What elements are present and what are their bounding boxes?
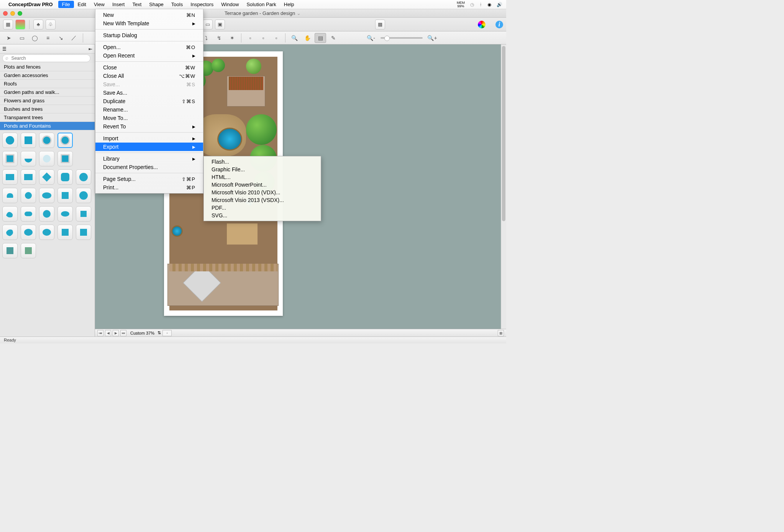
menu-item-move-to-[interactable]: Move To... <box>95 114 203 122</box>
pond-shape[interactable] <box>39 188 54 203</box>
export-item-pdf-[interactable]: PDF... <box>204 204 321 212</box>
menu-help[interactable]: Help <box>280 1 298 8</box>
menu-item-rename-[interactable]: Rename... <box>95 105 203 114</box>
menu-tools[interactable]: Tools <box>167 1 187 8</box>
menu-item-library[interactable]: Library▶ <box>95 154 203 163</box>
bluetooth-icon[interactable]: ᚼ <box>479 2 482 7</box>
zoom-window-button[interactable] <box>18 11 22 16</box>
export-item-flash-[interactable]: Flash... <box>204 158 321 166</box>
pond-shape[interactable] <box>21 151 36 166</box>
pond-shape[interactable] <box>57 188 73 203</box>
pond-shape[interactable] <box>57 151 73 166</box>
pond-shape[interactable] <box>21 243 36 258</box>
zoom-label[interactable]: Custom 37% <box>130 331 154 335</box>
menu-item-import[interactable]: Import▶ <box>95 134 203 143</box>
pond-shape[interactable] <box>57 206 73 222</box>
pond-shape[interactable] <box>21 206 36 222</box>
menu-item-save-as-[interactable]: Save As... <box>95 89 203 97</box>
pond-shape[interactable] <box>39 133 54 148</box>
export-item-html-[interactable]: HTML... <box>204 173 321 181</box>
menu-item-save-[interactable]: Save...⌘S <box>95 80 203 89</box>
menu-item-close[interactable]: Close⌘W <box>95 63 203 72</box>
zoom-out-icon[interactable]: 🔍- <box>365 33 377 43</box>
menu-solution-park[interactable]: Solution Park <box>243 1 280 8</box>
library-paths[interactable]: Garden paths and walk... <box>0 88 95 97</box>
pond-shape[interactable] <box>57 169 73 185</box>
pond-shape[interactable] <box>2 151 18 166</box>
fountain-shape[interactable] <box>39 151 54 166</box>
arrange-back-icon[interactable]: ▭ <box>203 20 213 30</box>
library-bushes[interactable]: Bushes and trees <box>0 105 95 113</box>
pond-shape[interactable] <box>21 225 36 240</box>
pond-shape[interactable] <box>2 206 18 222</box>
export-item-microsoft-visio-vdx-[interactable]: Microsoft Visio 2010 (VDX)... <box>204 189 321 196</box>
search-input[interactable] <box>2 54 90 62</box>
menu-item-document-properties-[interactable]: Document Properties... <box>95 163 203 171</box>
text-tool-icon[interactable]: ≡ <box>42 33 54 43</box>
library-accessories[interactable]: Garden accessories <box>0 71 95 80</box>
pond-shape[interactable] <box>2 225 18 240</box>
pond-shape[interactable] <box>76 169 91 185</box>
color-picker-icon[interactable] <box>478 21 485 28</box>
zoom-slider[interactable] <box>381 37 423 39</box>
minimize-window-button[interactable] <box>10 11 15 16</box>
menu-item-close-all[interactable]: Close All⌥⌘W <box>95 72 203 80</box>
pond-shape[interactable] <box>76 206 91 222</box>
menu-item-new-with-template[interactable]: New With Template▶ <box>95 19 203 28</box>
grid-tool-icon[interactable]: ▦ <box>3 20 13 30</box>
wifi-icon[interactable]: ◉ <box>487 2 491 7</box>
library-transparent[interactable]: Transparent trees <box>0 113 95 122</box>
volume-icon[interactable]: 🔊 <box>497 2 502 7</box>
page-tab[interactable]: ▫ <box>162 330 172 336</box>
edit1-icon[interactable]: ▫ <box>244 33 256 43</box>
pond-shape[interactable] <box>76 188 91 203</box>
pond-shape[interactable] <box>57 225 73 240</box>
pond-shape[interactable] <box>2 169 18 185</box>
export-item-microsoft-visio-vsdx-[interactable]: Microsoft Visio 2013 (VSDX)... <box>204 196 321 204</box>
eyedropper-tool-icon[interactable]: ✎ <box>328 33 339 43</box>
export-item-svg-[interactable]: SVG... <box>204 212 321 219</box>
pond-shape[interactable] <box>57 133 73 148</box>
close-window-button[interactable] <box>3 11 8 16</box>
menu-file[interactable]: File <box>58 1 74 8</box>
pond-shape[interactable] <box>2 243 18 258</box>
pointer-tool-icon[interactable]: ➤ <box>3 33 15 43</box>
tree-tool2-icon[interactable]: ♧ <box>46 20 56 30</box>
edit2-icon[interactable]: ▫ <box>258 33 269 43</box>
page-next-button[interactable]: ▶ <box>113 330 119 336</box>
page-grid-button[interactable]: ▦ <box>498 330 504 336</box>
connector-tool-icon[interactable]: ↘ <box>55 33 67 43</box>
menu-item-duplicate[interactable]: Duplicate⇧⌘S <box>95 97 203 105</box>
pond-shape[interactable] <box>21 169 36 185</box>
pond-shape[interactable] <box>2 188 18 203</box>
edit3-icon[interactable]: ▫ <box>271 33 282 43</box>
page-last-button[interactable]: ⏭ <box>120 330 126 336</box>
menu-edit[interactable]: Edit <box>74 1 90 8</box>
menu-item-revert-to[interactable]: Revert To▶ <box>95 122 203 131</box>
stamp-tool-icon[interactable]: ▤ <box>315 33 326 43</box>
export-item-graphic-file-[interactable]: Graphic File... <box>204 166 321 173</box>
pond-shape[interactable] <box>21 133 36 148</box>
arrange-group-icon[interactable]: ▣ <box>215 20 225 30</box>
clock-icon[interactable]: ◷ <box>470 2 474 7</box>
color-palette-icon[interactable] <box>15 20 25 30</box>
pond-shape[interactable] <box>76 225 91 240</box>
info-icon[interactable]: i <box>495 21 503 28</box>
zoom-tool-icon[interactable]: 🔍 <box>289 33 300 43</box>
menu-item-new[interactable]: New⌘N <box>95 11 203 19</box>
hand-tool-icon[interactable]: ✋ <box>302 33 313 43</box>
rect-tool-icon[interactable]: ▭ <box>16 33 28 43</box>
conn3-icon[interactable]: ↯ <box>213 33 225 43</box>
page-prev-button[interactable]: ◀ <box>105 330 111 336</box>
menu-inspectors[interactable]: Inspectors <box>187 1 217 8</box>
ellipse-tool-icon[interactable]: ◯ <box>29 33 41 43</box>
menu-text[interactable]: Text <box>128 1 145 8</box>
page-first-button[interactable]: ⏮ <box>97 330 103 336</box>
zoom-stepper-icon[interactable]: ⇅ <box>157 330 161 335</box>
vertical-scrollbar[interactable] <box>501 44 506 337</box>
zoom-in-icon[interactable]: 🔍+ <box>426 33 438 43</box>
menu-insert[interactable]: Insert <box>108 1 129 8</box>
selection-frame-icon[interactable]: ▩ <box>375 20 385 30</box>
menu-item-page-setup-[interactable]: Page Setup...⇧⌘P <box>95 175 203 183</box>
pond-shape[interactable] <box>39 169 54 185</box>
